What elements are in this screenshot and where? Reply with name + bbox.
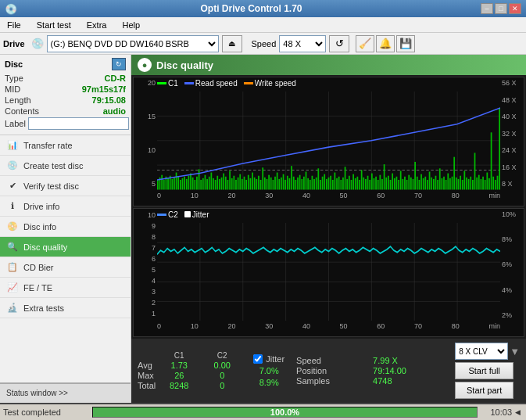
status-bar: Test completed 100.0% 10:03 ◀ [0,403,526,420]
svg-rect-48 [233,176,234,190]
chart2-x-axis: 0 10 20 30 40 50 60 70 80 min [157,322,500,336]
svg-rect-101 [342,178,344,190]
max-c1: 26 [159,371,199,380]
jitter-checkbox[interactable] [253,354,263,364]
svg-rect-54 [245,180,247,190]
chart1-legend: C1 Read speed Write speed [157,79,296,88]
svg-rect-55 [248,175,249,190]
disc-quality-header-icon: ● [138,58,152,72]
start-part-button[interactable]: Start part [455,382,513,399]
speed-apply-button[interactable]: ↺ [329,35,349,52]
nav-item-cd-bier[interactable]: 📋 CD Bier [0,257,131,278]
svg-rect-175 [495,180,496,190]
svg-rect-31 [199,169,200,189]
toolbar-icon-2[interactable]: 🔔 [376,35,395,52]
fe-te-icon: 📈 [6,282,19,294]
svg-rect-67 [273,180,274,190]
svg-rect-151 [445,180,447,190]
svg-rect-77 [293,177,295,190]
svg-rect-173 [491,132,492,189]
svg-rect-111 [363,178,364,190]
verify-test-disc-icon: ✔ [6,180,19,192]
disc-contents-label: Contents [5,106,39,116]
menu-start-test[interactable]: Start test [33,20,75,31]
disc-label-input[interactable] [28,117,129,130]
svg-rect-80 [299,175,301,190]
svg-rect-57 [252,173,253,190]
stats-header-c1: C1 [159,351,199,360]
toolbar-icon-3[interactable]: 💾 [396,35,415,52]
drive-bar: Drive 💿 (G:) BENQ DVD DD DW1640 BSRB ⏏ S… [0,33,526,55]
svg-rect-143 [429,171,431,189]
toolbar-icon-1[interactable]: 🧹 [356,35,374,52]
svg-rect-39 [215,180,216,190]
svg-rect-36 [209,177,210,190]
svg-rect-76 [291,166,292,189]
svg-rect-95 [330,176,331,190]
nav-item-verify-test-disc[interactable]: ✔ Verify test disc [0,176,131,196]
close-button[interactable]: ✕ [509,3,521,14]
svg-rect-22 [180,180,181,190]
menu-extra[interactable]: Extra [83,20,111,31]
svg-rect-42 [221,178,223,190]
svg-rect-65 [268,175,270,190]
max-jitter: 8.9% [253,378,284,387]
svg-rect-163 [470,177,471,190]
avg-jitter: 7.0% [253,366,284,375]
stats-header-c2: C2 [202,351,242,360]
svg-rect-102 [345,167,346,189]
svg-rect-118 [378,180,379,190]
svg-rect-165 [474,153,476,189]
speed-label: Speed [252,39,277,48]
start-full-button[interactable]: Start full [455,362,513,379]
speed-select[interactable]: 48 X [279,35,326,52]
svg-rect-109 [359,180,360,190]
svg-rect-104 [349,176,350,190]
svg-rect-71 [281,178,282,190]
svg-rect-43 [223,174,224,190]
minimize-button[interactable]: – [481,3,493,14]
svg-rect-28 [192,178,194,190]
status-window-button[interactable]: Status window >> [0,382,131,403]
maximize-button[interactable]: □ [495,3,507,14]
menu-file[interactable]: File [3,20,25,31]
svg-rect-78 [295,180,296,190]
speed-info-val: 7.99 X [373,356,443,365]
nav-item-transfer-rate[interactable]: 📊 Transfer rate [0,135,131,156]
disc-refresh-button[interactable]: ↻ [112,58,126,70]
nav-item-drive-info-label: Drive info [23,202,59,211]
disc-label-label: Label [5,119,26,128]
nav-item-fe-te[interactable]: 📈 FE / TE [0,278,131,298]
svg-rect-167 [478,175,480,190]
nav-item-create-test-disc[interactable]: 💿 Create test disc [0,156,131,176]
svg-rect-27 [190,174,191,190]
disc-quality-title: Disc quality [156,59,213,71]
max-c2: 0 [202,371,242,380]
nav-item-extra-tests[interactable]: 🔬 Extra tests [0,298,131,318]
eject-button[interactable]: ⏏ [222,35,242,52]
nav-item-drive-info[interactable]: ℹ Drive info [0,196,131,217]
nav-item-disc-info[interactable]: 📀 Disc info [0,217,131,237]
svg-rect-14 [163,180,165,190]
chart-c1: C1 Read speed Write speed 20 15 10 [133,77,524,206]
chart1-x-axis: 0 10 20 30 40 50 60 70 80 min [157,192,500,206]
chart1-y-axis-right: 56 X 48 X 40 X 32 X 24 X 16 X 8 X [500,77,524,190]
stats-bottom-area: C1 C2 Avg 1.73 0.00 Max 26 0 Total 8248 … [131,339,526,403]
speed-mode-select[interactable]: 8 X CLV [455,343,508,360]
svg-rect-56 [250,178,252,190]
svg-rect-25 [186,179,188,190]
svg-rect-136 [414,162,416,190]
svg-rect-47 [231,178,233,190]
total-c2: 0 [202,381,242,390]
menu-help[interactable]: Help [118,20,144,31]
svg-rect-162 [468,179,470,190]
drive-select[interactable]: (G:) BENQ DVD DD DW1640 BSRB [47,35,219,52]
svg-rect-128 [398,180,399,190]
avg-c1: 1.73 [159,361,199,370]
nav-item-disc-quality[interactable]: 🔍 Disc quality [0,237,131,257]
svg-rect-137 [417,177,418,190]
svg-rect-86 [312,176,313,190]
jitter-section: Jitter 7.0% 8.9% [253,354,284,387]
svg-rect-149 [441,178,442,190]
svg-rect-176 [497,176,499,190]
